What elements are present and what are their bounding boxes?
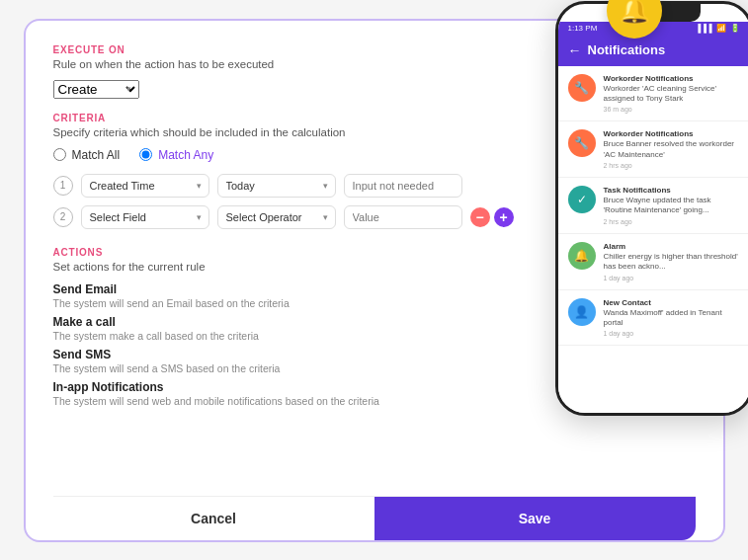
notif-type-1: Workorder Notifications (604, 129, 740, 138)
phone-header-title: Notifications (588, 42, 666, 57)
row-num-2: 2 (53, 207, 73, 227)
match-all-radio[interactable] (53, 148, 66, 161)
action-inapp-notif-desc: The system will send web and mobile noti… (53, 395, 379, 407)
value-input-1[interactable] (344, 174, 462, 198)
notif-time-2: 2 hrs ago (604, 218, 740, 225)
notif-time-4: 1 day ago (604, 330, 740, 337)
add-row-button[interactable]: + (494, 207, 514, 227)
action-send-sms-desc: The system will send a SMS based on the … (53, 362, 281, 374)
notif-msg-0: Workorder 'AC cleaning Service' assigned… (604, 84, 740, 105)
action-make-call-desc: The system make a call based on the crit… (53, 330, 259, 342)
notif-msg-3: Chiller energy is higher than threshold'… (604, 252, 740, 273)
main-card: EXECUTE ON Rule on when the action has t… (24, 19, 725, 542)
match-all-option[interactable]: Match All (53, 148, 121, 162)
action-send-sms-info: Send SMS The system will send a SMS base… (53, 348, 281, 374)
execute-select[interactable]: Create Update Delete (53, 80, 139, 99)
field-select-wrapper-1[interactable]: Created Time (81, 174, 209, 198)
notif-item-4: 👤 New Contact Wanda Maximoff' added in T… (558, 290, 749, 347)
phone-back-button[interactable]: ← (568, 42, 582, 58)
notif-type-3: Alarm (604, 242, 740, 251)
notif-avatar-2: ✓ (568, 186, 596, 213)
notifications-list[interactable]: 🔧 Workorder Notifications Workorder 'AC … (558, 66, 749, 416)
phone-header: ← Notifications (558, 35, 749, 66)
row-num-1: 1 (53, 176, 73, 196)
action-send-email-title: Send Email (53, 282, 290, 296)
notif-type-4: New Contact (604, 298, 740, 307)
notif-type-0: Workorder Notifications (604, 74, 740, 83)
value-input-2[interactable] (344, 205, 462, 229)
notif-item-0: 🔧 Workorder Notifications Workorder 'AC … (558, 66, 749, 122)
notif-content-2: Task Notifications Bruce Wayne updated t… (604, 186, 740, 225)
field-select-1[interactable]: Created Time (81, 174, 209, 198)
signal-icon: ▐▐▐ (695, 24, 711, 33)
notif-avatar-3: 🔔 (568, 242, 596, 270)
action-inapp-notif-info: In-app Notifications The system will sen… (53, 380, 379, 407)
bell-icon: 🔔 (619, 0, 650, 26)
notif-item-1: 🔧 Workorder Notifications Bruce Banner r… (558, 121, 749, 178)
notif-msg-2: Bruce Wayne updated the task 'Routine Ma… (604, 196, 740, 216)
action-make-call-title: Make a call (53, 315, 259, 329)
field-select-2[interactable]: Select Field (81, 205, 209, 229)
notif-time-0: 36 m ago (604, 106, 740, 113)
notif-content-3: Alarm Chiller energy is higher than thre… (604, 242, 740, 281)
notif-content-0: Workorder Notifications Workorder 'AC cl… (604, 74, 740, 114)
notif-time-3: 1 day ago (604, 275, 740, 281)
op-select-1[interactable]: Today (217, 174, 336, 198)
notif-content-1: Workorder Notifications Bruce Banner res… (604, 129, 740, 169)
op-select-2[interactable]: Select Operator (217, 205, 336, 229)
action-send-email-info: Send Email The system will send an Email… (53, 282, 290, 309)
action-send-email-desc: The system will send an Email based on t… (53, 297, 290, 309)
action-inapp-notif-title: In-app Notifications (53, 380, 379, 394)
notif-avatar-1: 🔧 (568, 129, 596, 157)
match-any-label: Match Any (158, 148, 213, 162)
notif-type-2: Task Notifications (604, 186, 740, 195)
match-any-option[interactable]: Match Any (139, 148, 213, 162)
phone-time: 1:13 PM (568, 24, 598, 33)
notif-item-3: 🔔 Alarm Chiller energy is higher than th… (558, 234, 749, 290)
wifi-icon: 📶 (716, 24, 726, 33)
notif-avatar-0: 🔧 (568, 74, 596, 102)
notif-time-1: 2 hrs ago (604, 162, 740, 169)
op-select-wrapper-2[interactable]: Select Operator (217, 205, 336, 229)
phone-mockup: 1:13 PM ▐▐▐ 📶 🔋 ← Notifications 🔧 Workor… (555, 1, 749, 416)
remove-row-button[interactable]: − (470, 207, 490, 227)
execute-select-wrapper[interactable]: Create Update Delete (53, 80, 139, 99)
match-all-label: Match All (72, 148, 121, 162)
action-send-sms-title: Send SMS (53, 348, 281, 361)
match-any-radio[interactable] (139, 148, 152, 161)
notif-msg-1: Bruce Banner resolved the workorder 'AC … (604, 139, 740, 160)
notif-msg-4: Wanda Maximoff' added in Tenant portal (604, 308, 740, 329)
notif-item-2: ✓ Task Notifications Bruce Wayne updated… (558, 178, 749, 234)
notif-avatar-4: 👤 (568, 298, 596, 326)
cancel-button[interactable]: Cancel (53, 497, 374, 540)
field-select-wrapper-2[interactable]: Select Field (81, 205, 209, 229)
op-select-wrapper-1[interactable]: Today (217, 174, 336, 198)
notif-content-4: New Contact Wanda Maximoff' added in Ten… (604, 298, 740, 338)
footer-bar: Cancel Save (53, 496, 696, 540)
battery-icon: 🔋 (730, 24, 740, 33)
action-make-call-info: Make a call The system make a call based… (53, 315, 259, 342)
row-actions-2: − + (470, 207, 514, 227)
save-button[interactable]: Save (374, 497, 696, 540)
